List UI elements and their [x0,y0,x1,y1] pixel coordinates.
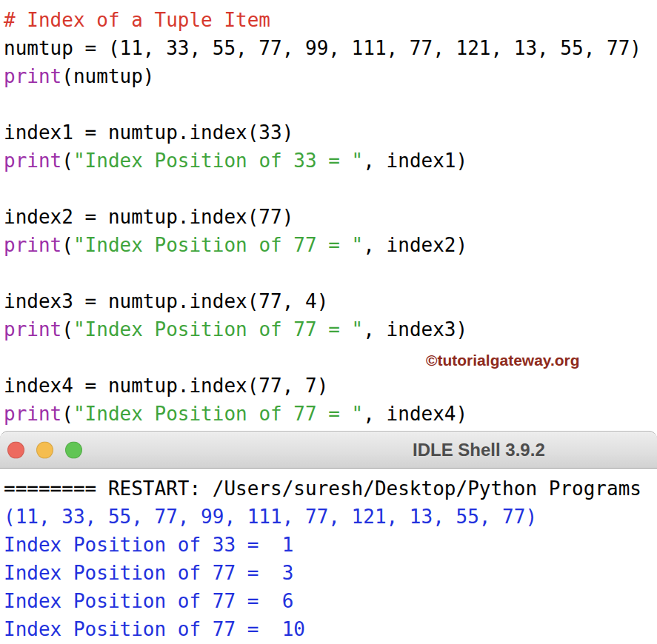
minimize-button[interactable] [36,441,53,458]
code-token-plain: ( [61,150,73,172]
code-token-builtin: print [4,65,61,87]
code-line [4,175,657,203]
code-line: numtup = (11, 33, 55, 77, 99, 111, 77, 1… [4,34,657,62]
watermark-text: ©tutorialgateway.org [426,352,580,369]
code-token-string: "Index Position of 33 = " [73,150,363,172]
code-token-builtin: print [4,150,61,172]
code-line: Index Position of 77 = 6 [4,587,657,615]
code-line: ======== RESTART: /Users/suresh/Desktop/… [4,474,657,503]
code-token-stdout: Index Position of 77 = 3 [4,562,293,584]
code-token-plain: (numtup) [61,65,154,87]
code-line: # Index of a Tuple Item [4,6,657,34]
code-token-plain: , index3) [363,318,467,341]
code-token-comment: # Index of a Tuple Item [4,9,270,31]
shell-output[interactable]: ======== RESTART: /Users/suresh/Desktop/… [0,469,657,644]
code-line: print("Index Position of 77 = ", index3) [4,315,657,343]
code-line: (11, 33, 55, 77, 99, 111, 77, 121, 13, 5… [4,503,657,531]
code-token-plain: numtup = (11, 33, 55, 77, 99, 111, 77, 1… [4,37,641,59]
shell-titlebar: IDLE Shell 3.9.2 [0,431,657,469]
code-line: print("Index Position of 77 = ", index2) [4,231,657,259]
code-token-plain: , index4) [363,403,467,425]
code-line: Index Position of 77 = 3 [4,559,657,587]
code-token-plain: index1 = numtup.index(33) [4,121,293,144]
code-line: index4 = numtup.index(77, 7) [4,372,657,400]
window-title: IDLE Shell 3.9.2 [413,440,545,460]
code-line: print("Index Position of 77 = ", index4) [4,400,657,428]
code-line: Index Position of 33 = 1 [4,531,657,559]
code-line: index2 = numtup.index(77) [4,203,657,231]
zoom-button[interactable] [65,441,82,458]
code-token-builtin: print [4,403,61,425]
code-line [4,90,657,118]
code-line: index3 = numtup.index(77, 4) [4,287,657,315]
code-token-string: "Index Position of 77 = " [73,403,363,425]
code-line: index1 = numtup.index(33) [4,118,657,147]
code-token-plain: ( [61,318,73,341]
code-token-plain: ( [61,403,73,425]
code-line: print("Index Position of 33 = ", index1) [4,147,657,175]
code-token-stdout: Index Position of 77 = 10 [4,618,305,640]
code-line: Index Position of 77 = 10 [4,615,657,643]
code-token-console: ======== RESTART: /Users/suresh/Desktop/… [4,477,641,500]
code-token-plain: index2 = numtup.index(77) [4,206,293,228]
code-token-plain: ( [61,234,73,256]
code-line: print(numtup) [4,62,657,90]
code-token-string: "Index Position of 77 = " [73,318,363,341]
code-token-plain: , index1) [363,150,467,172]
code-token-builtin: print [4,234,61,256]
close-button[interactable] [7,441,24,458]
code-token-plain: index4 = numtup.index(77, 7) [4,375,328,397]
code-token-stdout: (11, 33, 55, 77, 99, 111, 77, 121, 13, 5… [4,506,537,528]
code-token-plain: , index2) [363,234,467,256]
code-token-plain: index3 = numtup.index(77, 4) [4,290,328,312]
code-token-string: "Index Position of 77 = " [73,234,363,256]
code-token-builtin: print [4,318,61,341]
code-line [4,259,657,287]
code-token-stdout: Index Position of 33 = 1 [4,534,293,556]
code-token-stdout: Index Position of 77 = 6 [4,590,293,612]
